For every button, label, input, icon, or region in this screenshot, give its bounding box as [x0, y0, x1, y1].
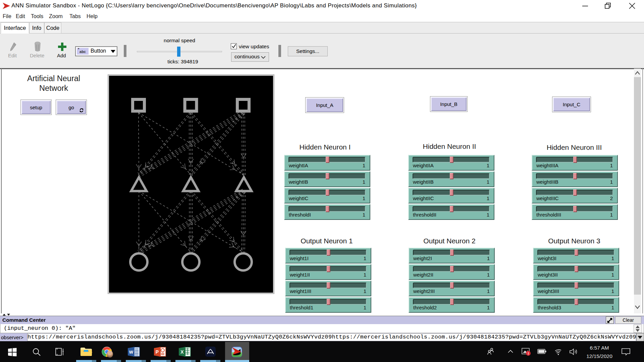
- svg-text:P: P: [156, 349, 159, 355]
- svg-text:!: !: [528, 352, 529, 356]
- svg-text:X: X: [180, 349, 184, 355]
- svg-text:W: W: [129, 350, 133, 355]
